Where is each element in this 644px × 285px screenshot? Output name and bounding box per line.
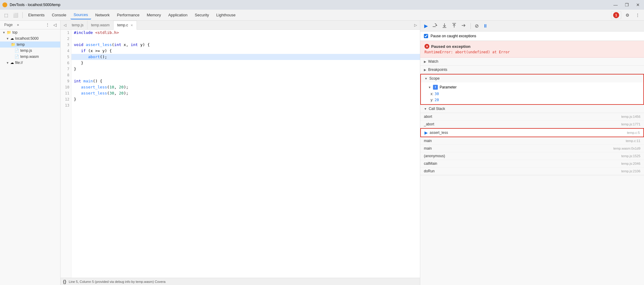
callstack-item-dorun[interactable]: doRun temp.js:2106 [420, 167, 644, 175]
tree-item-top[interactable]: ▼ 📁 top [0, 29, 60, 35]
callstack-item-assert-less[interactable]: ▶ assert_less temp.c:5 [420, 128, 644, 137]
scope-val-y: 20 [434, 98, 439, 102]
callstack-loc-anonymous: temp.js:1525 [621, 154, 640, 158]
tab-network[interactable]: Network [92, 11, 113, 19]
pause-exceptions-checkbox[interactable] [424, 34, 428, 38]
sidebar-menu-button[interactable]: ⋮ [44, 22, 51, 28]
sidebar-more-tabs[interactable]: » [16, 22, 20, 28]
line-num-1: 1 [61, 30, 71, 36]
watch-label: Watch [428, 59, 438, 64]
callstack-label: Call Stack [429, 107, 445, 111]
device-toolbar-button[interactable]: ⬜ [11, 12, 20, 19]
line-num-12: 12 [61, 96, 71, 102]
line-num-3: 3 [61, 42, 71, 48]
tab-performance[interactable]: Performance [114, 11, 142, 19]
callstack-item-abort[interactable]: abort temp.js:1456 [420, 113, 644, 121]
exception-message: RuntimeError: abort(undefined) at Error [424, 50, 640, 54]
tab-label-temp-js: temp.js [72, 23, 84, 27]
file-icon-temp-js: 📄 [15, 48, 19, 53]
sidebar-collapse-button[interactable]: ◁ [52, 22, 58, 28]
status-bar: {} Line 5, Column 5 (provided via debug … [61, 278, 420, 285]
tab-temp-c[interactable]: temp.c ✕ [114, 21, 137, 30]
scope-item-y: y: 20 [421, 97, 643, 103]
debug-content[interactable]: Pause on caught exceptions ✕ Paused on e… [420, 31, 644, 285]
tab-lighthouse[interactable]: Lighthouse [213, 11, 239, 19]
code-lines: #include <stdlib.h> void assert_less(int… [71, 30, 420, 278]
folder-icon-temp: 📁 [11, 42, 15, 47]
cloud-icon-localhost: ☁ [10, 36, 14, 41]
tree-label-temp-wasm: temp.wasm [20, 55, 39, 59]
code-line-7: } [71, 66, 420, 72]
callstack-item-callmain[interactable]: callMain temp.js:2046 [420, 160, 644, 167]
callstack-item-main-1[interactable]: main temp.c:11 [420, 137, 644, 145]
callstack-loc-main-1: temp.c:11 [626, 139, 640, 143]
maximize-button[interactable]: ❐ [623, 2, 631, 8]
tree-item-temp-wasm[interactable]: 📄 temp.wasm [0, 54, 60, 60]
watch-section-header[interactable]: ▶ Watch [420, 58, 644, 66]
callstack-section: ▼ Call Stack abort temp.js:1456 _abort t… [420, 105, 644, 175]
line-numbers: 1 2 3 4 5 6 7 8 9 10 11 12 13 [61, 30, 71, 278]
tree-item-temp-js[interactable]: 📄 temp.js [0, 48, 60, 54]
step-out-button[interactable] [450, 22, 458, 30]
code-content[interactable]: 1 2 3 4 5 6 7 8 9 10 11 12 13 #include <… [61, 30, 420, 278]
tab-console[interactable]: Console [49, 11, 69, 19]
callstack-loc-dorun: temp.js:2106 [621, 169, 640, 173]
param-label: Parameter [440, 85, 457, 89]
step-into-button[interactable] [440, 22, 449, 30]
param-header[interactable]: ▼ f Parameter [421, 84, 643, 91]
tab-elements[interactable]: Elements [25, 11, 48, 19]
deactivate-breakpoints-button[interactable]: ⊘ [473, 22, 480, 30]
sidebar-tab-page[interactable]: Page [2, 22, 15, 28]
scope-key-x: x: [431, 92, 433, 96]
scope-item-x: x: 30 [421, 91, 643, 97]
step-button[interactable] [460, 22, 468, 30]
callstack-loc-_abort: temp.js:1771 [621, 122, 640, 126]
pause-on-exceptions-button[interactable]: ⏸ [481, 22, 489, 30]
callstack-name-dorun: doRun [424, 169, 434, 173]
tab-scroll-right[interactable]: ▷ [412, 22, 419, 28]
code-line-8 [71, 72, 420, 78]
tab-application[interactable]: Application [165, 11, 191, 19]
tree-item-temp-folder[interactable]: 📁 temp [0, 41, 60, 48]
pause-exceptions-label: Pause on caught exceptions [431, 34, 476, 38]
breakpoints-section-header[interactable]: ▶ Breakpoints [420, 66, 644, 74]
callstack-name-main-1: main [424, 139, 432, 143]
tab-temp-js[interactable]: temp.js [68, 21, 88, 30]
tree-label-temp: temp [17, 42, 25, 47]
tree-item-localhost[interactable]: ▼ ☁ localhost:5000 [0, 35, 60, 41]
breakpoints-label: Breakpoints [428, 68, 447, 72]
callstack-loc-abort: temp.js:1456 [621, 115, 640, 118]
tab-sources[interactable]: Sources [71, 11, 91, 19]
titlebar-left: DevTools - localhost:5000/temp [2, 2, 60, 7]
more-menu-button[interactable]: ⋮ [634, 12, 642, 19]
callstack-header[interactable]: ▼ Call Stack [420, 105, 644, 113]
line-num-4: 4 [61, 48, 71, 54]
debug-toolbar: ▶ ⊘ ⏸ [420, 21, 644, 31]
callstack-item-anonymous[interactable]: (anonymous) temp.js:1525 [420, 152, 644, 160]
tree-label-top: top [12, 30, 18, 35]
close-button[interactable]: ✕ [634, 2, 642, 8]
minimize-button[interactable]: — [612, 2, 619, 8]
tree-arrow-file: ▼ [6, 61, 9, 65]
tab-scroll-left[interactable]: ◁ [62, 22, 68, 28]
file-icon-temp-wasm: 📄 [15, 55, 19, 59]
callstack-name-callmain: callMain [424, 161, 437, 166]
settings-button[interactable]: ⚙ [624, 12, 631, 19]
tab-security[interactable]: Security [192, 11, 212, 19]
tab-memory[interactable]: Memory [144, 11, 164, 19]
tree-item-file[interactable]: ▼ ☁ file:// [0, 60, 60, 66]
line-num-5: 5 [61, 54, 71, 60]
tab-label-temp-wasm: temp.wasm [91, 23, 110, 27]
resume-button[interactable]: ▶ [423, 22, 429, 30]
param-arrow-icon: ▼ [428, 86, 431, 89]
inspect-element-button[interactable]: ⬚ [2, 12, 10, 19]
scope-header[interactable]: ▼ Scope [421, 75, 643, 82]
callstack-item-_abort[interactable]: _abort temp.js:1771 [420, 121, 644, 128]
line-num-2: 2 [61, 36, 71, 42]
tab-temp-wasm[interactable]: temp.wasm [88, 21, 114, 30]
tab-close-temp-c[interactable]: ✕ [130, 24, 133, 27]
callstack-item-main-2[interactable]: main temp.wasm:0x1d9 [420, 145, 644, 152]
scope-key-y: y: [431, 98, 433, 102]
callstack-name-main-2: main [424, 146, 432, 151]
step-over-button[interactable] [431, 22, 439, 30]
